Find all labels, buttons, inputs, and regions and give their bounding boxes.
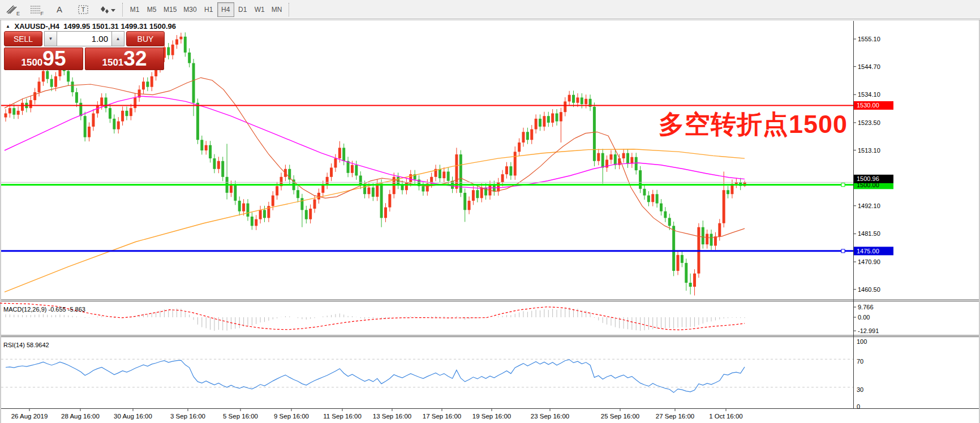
timeframe-H4[interactable]: H4 — [217, 2, 234, 17]
svg-text:11 Sep 16:00: 11 Sep 16:00 — [323, 413, 362, 420]
svg-text:27 Sep 16:00: 27 Sep 16:00 — [656, 413, 694, 420]
svg-text:30: 30 — [857, 386, 863, 393]
svg-text:1492.10: 1492.10 — [858, 202, 880, 209]
chart-canvas[interactable]: 1555.101544.701534.101523.501513.101502.… — [0, 20, 980, 423]
svg-text:1460.50: 1460.50 — [858, 286, 880, 293]
ma-fast — [5, 77, 745, 238]
svg-text:3 Sep 16:00: 3 Sep 16:00 — [170, 413, 205, 420]
timeframe-M30[interactable]: M30 — [180, 2, 200, 17]
svg-text:0: 0 — [857, 403, 860, 410]
tool-arrows-icon[interactable] — [96, 2, 118, 18]
svg-text:RSI(14) 58.9642: RSI(14) 58.9642 — [3, 342, 49, 348]
sell-price-big: 95 — [42, 48, 66, 70]
svg-text:1470.90: 1470.90 — [858, 258, 880, 265]
svg-text:1500.96: 1500.96 — [857, 175, 879, 182]
support-line[interactable] — [1, 249, 853, 253]
buy-button[interactable]: BUY — [126, 31, 165, 46]
svg-text:17 Sep 16:00: 17 Sep 16:00 — [423, 413, 461, 420]
svg-text:25 Sep 16:00: 25 Sep 16:00 — [601, 413, 639, 420]
sell-price-box[interactable]: 1500 95 — [4, 48, 83, 70]
buy-price-box[interactable]: 1501 32 — [85, 48, 164, 70]
svg-text:T: T — [81, 6, 85, 13]
svg-text:0.00: 0.00 — [858, 314, 870, 321]
timeframe-M5[interactable]: M5 — [143, 2, 160, 17]
svg-text:30 Aug 16:00: 30 Aug 16:00 — [114, 413, 152, 420]
svg-text:-12.991: -12.991 — [858, 327, 879, 334]
svg-text:28 Aug 16:00: 28 Aug 16:00 — [61, 413, 100, 420]
chart-window: 1555.101544.701534.101523.501513.101502.… — [0, 20, 980, 423]
svg-text:26 Aug 2019: 26 Aug 2019 — [11, 413, 48, 420]
svg-text:19 Sep 16:00: 19 Sep 16:00 — [472, 413, 511, 420]
volume-decrease-button[interactable]: ▼ — [44, 31, 57, 46]
svg-text:1555.10: 1555.10 — [858, 36, 880, 42]
svg-text:9 Sep 16:00: 9 Sep 16:00 — [274, 413, 309, 420]
svg-text:1530.00: 1530.00 — [857, 102, 879, 109]
svg-text:70: 70 — [857, 358, 863, 365]
symbol-header: ▲ XAUUSD-,H4 1499.95 1501.31 1499.31 150… — [6, 22, 176, 31]
svg-text:1523.50: 1523.50 — [858, 119, 880, 126]
tool-text-label-icon[interactable]: T — [72, 2, 94, 18]
toolbar-separator — [122, 3, 123, 16]
symbol-ohlc: 1499.95 1501.31 1499.31 1500.96 — [63, 22, 176, 31]
svg-text:A: A — [57, 5, 62, 14]
timeframe-W1[interactable]: W1 — [251, 2, 268, 17]
timeframe-M15[interactable]: M15 — [160, 2, 180, 17]
tool-text-icon[interactable]: A — [48, 2, 71, 18]
price-axis: 1555.101544.701534.101523.501513.101502.… — [853, 36, 893, 293]
svg-text:23 Sep 16:00: 23 Sep 16:00 — [531, 413, 569, 420]
volume-input[interactable] — [57, 31, 111, 46]
one-click-trading-panel: SELL ▼ ▲ BUY 1500 95 1501 32 — [4, 31, 165, 70]
tool-equidistant-channel-icon[interactable]: E — [1, 2, 23, 18]
buy-price-big: 32 — [123, 48, 147, 70]
timeframes-toolbar: M1M5M15M30H1H4D1W1MN — [126, 2, 285, 17]
svg-text:1513.10: 1513.10 — [858, 147, 880, 154]
sell-button[interactable]: SELL — [4, 31, 42, 46]
time-axis: 26 Aug 201928 Aug 16:0030 Aug 16:003 Sep… — [11, 409, 743, 420]
macd-indicator: MACD(12,26,9) -0.655 -5.8639.7660.00-12.… — [0, 303, 879, 334]
annotation-text: 多空转折点1500 — [648, 107, 848, 141]
sell-price-small: 1500 — [22, 52, 43, 74]
toolbar: EFAT M1M5M15M30H1H4D1W1MN — [0, 0, 980, 19]
svg-text:1544.70: 1544.70 — [858, 63, 880, 70]
volume-increase-button[interactable]: ▲ — [111, 31, 124, 46]
line-studies-toolbar: EFAT — [0, 2, 119, 18]
svg-text:MACD(12,26,9) -0.655 -5.863: MACD(12,26,9) -0.655 -5.863 — [3, 306, 85, 313]
svg-text:1534.10: 1534.10 — [858, 91, 880, 98]
ma-slow — [5, 149, 745, 292]
tool-fibonacci-retracement-icon[interactable]: F — [24, 2, 47, 18]
svg-text:9.766: 9.766 — [858, 304, 874, 310]
symbol-name: XAUUSD-,H4 — [15, 22, 59, 31]
rsi-indicator: RSI(14) 58.964210070300 — [1, 338, 867, 410]
collapse-arrow-icon[interactable]: ▲ — [6, 24, 10, 29]
svg-text:1 Oct 16:00: 1 Oct 16:00 — [709, 413, 742, 420]
svg-text:100: 100 — [857, 338, 867, 345]
timeframe-M1[interactable]: M1 — [126, 2, 143, 17]
buy-price-small: 1501 — [102, 52, 124, 74]
svg-text:13 Sep 16:00: 13 Sep 16:00 — [373, 413, 411, 420]
svg-text:1475.00: 1475.00 — [857, 248, 879, 254]
svg-text:1481.50: 1481.50 — [858, 230, 880, 237]
timeframe-D1[interactable]: D1 — [234, 2, 251, 17]
ma-mid — [5, 96, 745, 188]
toolbar-separator — [289, 3, 289, 16]
timeframe-MN[interactable]: MN — [268, 2, 286, 17]
timeframe-H1[interactable]: H1 — [200, 2, 217, 17]
svg-text:5 Sep 16:00: 5 Sep 16:00 — [223, 413, 258, 420]
